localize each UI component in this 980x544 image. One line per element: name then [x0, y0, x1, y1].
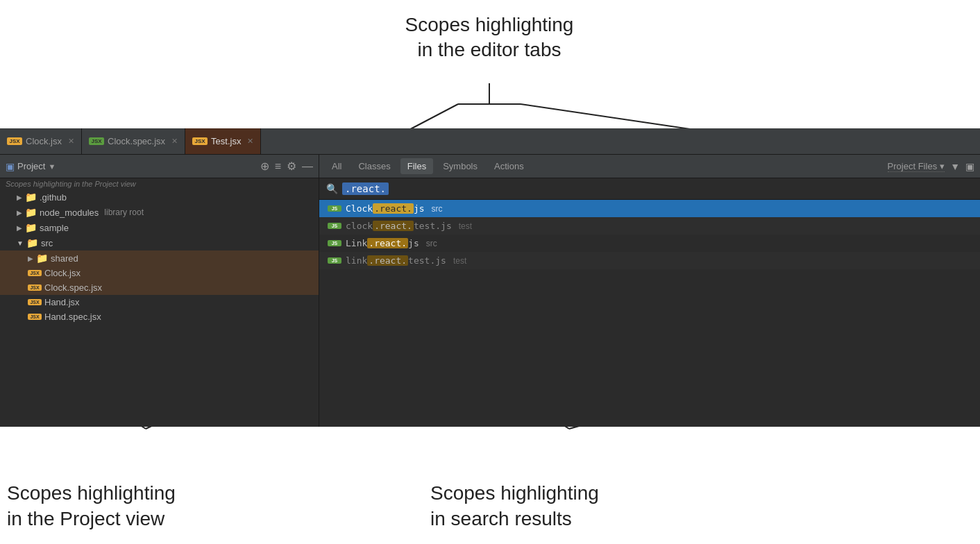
arrow-src: ▼	[17, 239, 24, 247]
search-icon: 🔍	[326, 183, 338, 194]
tree-label-sample: sample	[40, 223, 69, 233]
tab-symbols[interactable]: Symbols	[436, 158, 484, 174]
tab-test-jsx-label: Test.jsx	[211, 136, 241, 146]
result-item-link[interactable]: JS Link.react.js src	[319, 235, 980, 252]
result-name-link-test: link.react.test.js	[346, 255, 446, 266]
collapse-icon[interactable]: ≡	[275, 160, 281, 173]
tab-clock-spec-jsx[interactable]: JSX Clock.spec.jsx ✕	[82, 128, 185, 154]
filter-icon[interactable]: ▼	[950, 161, 960, 172]
file-badge-clock-jsx: JSX	[28, 270, 42, 276]
search-query-highlight: .react.	[342, 182, 389, 195]
ide-container: JSX Clock.jsx ✕ JSX Clock.spec.jsx ✕ JSX…	[0, 128, 980, 427]
result-path-clock: src	[432, 204, 443, 214]
annotation-bottom-left: Scopes highlighting in the Project view	[7, 481, 229, 532]
jsx-badge-test: JSX	[192, 137, 208, 145]
layout-icon[interactable]: ▣	[965, 161, 974, 172]
tab-files[interactable]: Files	[400, 158, 433, 174]
tree-label-hand-spec-jsx: Hand.spec.jsx	[44, 312, 101, 322]
tree-item-node-modules[interactable]: ▶ 📁 node_modules library root	[0, 205, 319, 220]
tree-label-src: src	[41, 238, 53, 248]
project-icon: ▣	[6, 161, 15, 172]
result-match-clock: .react.	[373, 203, 414, 214]
result-badge-clock: JS	[328, 205, 341, 212]
tree-item-src[interactable]: ▼ 📁 src	[0, 235, 319, 250]
file-badge-clock-spec-jsx: JSX	[28, 284, 42, 291]
tab-clock-spec-jsx-label: Clock.spec.jsx	[108, 136, 165, 146]
search-tab-right: Project Files ▾ ▼ ▣	[888, 161, 974, 172]
result-path-link: src	[426, 239, 437, 248]
search-bar: 🔍 .react.	[319, 178, 980, 200]
tree-item-hand-spec-jsx[interactable]: JSX Hand.spec.jsx	[0, 309, 319, 324]
file-badge-hand-spec-jsx: JSX	[28, 314, 42, 320]
tab-clock-jsx-label: Clock.jsx	[26, 136, 62, 146]
folder-icon-shared: 📁	[36, 253, 48, 264]
project-dropdown-icon[interactable]: ▼	[48, 162, 56, 171]
result-item-clock-test[interactable]: JS clock.react.test.js test	[319, 217, 980, 235]
result-item-clock[interactable]: JS Clock.react.js src	[319, 200, 980, 217]
project-files-btn[interactable]: Project Files ▾	[888, 161, 945, 172]
jsx-badge-clock-spec: JSX	[89, 137, 104, 145]
tab-clock-spec-jsx-close[interactable]: ✕	[171, 137, 178, 146]
minimize-icon[interactable]: —	[302, 160, 313, 173]
annotation-bottom-right: Scopes highlighting in search results	[430, 481, 694, 532]
annotation-top: Scopes highlighting in the editor tabs	[340, 12, 639, 63]
tree-label-github: .github	[40, 192, 67, 203]
tree-label-clock-jsx: Clock.jsx	[44, 268, 81, 278]
tab-clock-jsx[interactable]: JSX Clock.jsx ✕	[0, 128, 82, 154]
tab-all[interactable]: All	[325, 158, 348, 174]
result-item-link-test[interactable]: JS link.react.test.js test	[319, 252, 980, 269]
tree-label-clock-spec-jsx: Clock.spec.jsx	[44, 282, 102, 293]
results-list: JS Clock.react.js src JS clock.react.tes…	[319, 200, 980, 427]
project-files-label: Project Files	[888, 161, 938, 171]
result-name-link: Link.react.js	[346, 238, 419, 248]
tree-item-hand-jsx[interactable]: JSX Hand.jsx	[0, 295, 319, 309]
result-match-link: .react.	[367, 238, 408, 248]
tab-classes[interactable]: Classes	[351, 158, 397, 174]
tab-clock-jsx-close[interactable]: ✕	[68, 137, 74, 146]
project-title: ▣ Project ▼	[6, 161, 56, 172]
search-panel: All Classes Files Symbols Actions Projec…	[319, 155, 980, 427]
search-tabs: All Classes Files Symbols Actions Projec…	[319, 155, 980, 178]
arrow-github: ▶	[17, 194, 22, 201]
result-badge-link-test: JS	[328, 257, 341, 264]
result-badge-link: JS	[328, 240, 341, 246]
arrow-sample: ▶	[17, 224, 22, 232]
tab-actions[interactable]: Actions	[487, 158, 531, 174]
tab-test-jsx[interactable]: JSX Test.jsx ✕	[185, 128, 261, 154]
folder-icon-sample: 📁	[25, 222, 37, 233]
tree-item-sample[interactable]: ▶ 📁 sample	[0, 220, 319, 235]
project-panel: ▣ Project ▼ ⊕ ≡ ⚙ — Scopes highlighting …	[0, 155, 319, 427]
tab-bar: JSX Clock.jsx ✕ JSX Clock.spec.jsx ✕ JSX…	[0, 128, 980, 155]
tree-item-clock-jsx[interactable]: JSX Clock.jsx	[0, 266, 319, 280]
jsx-badge-clock: JSX	[7, 137, 22, 145]
tree-label-node-modules: node_modules	[40, 207, 99, 218]
scope-highlight-text: Scopes highlighting in the Project view	[0, 178, 319, 189]
tree-item-clock-spec-jsx[interactable]: JSX Clock.spec.jsx	[0, 280, 319, 295]
result-path-link-test: test	[453, 256, 466, 266]
library-root-label: library root	[104, 207, 144, 217]
tree-label-hand-jsx: Hand.jsx	[44, 297, 80, 307]
tree-item-github[interactable]: ▶ 📁 .github	[0, 189, 319, 205]
arrow-node-modules: ▶	[17, 209, 22, 216]
result-badge-clock-test: JS	[328, 223, 341, 229]
project-icons: ⊕ ≡ ⚙ —	[260, 160, 313, 173]
project-title-label: Project	[17, 161, 45, 171]
folder-icon-src: 📁	[26, 237, 38, 248]
result-name-clock: Clock.react.js	[346, 203, 425, 214]
locate-icon[interactable]: ⊕	[260, 160, 269, 173]
arrow-shared: ▶	[28, 255, 33, 262]
tree-label-shared: shared	[51, 253, 78, 264]
project-files-dropdown-icon: ▾	[940, 161, 945, 171]
result-path-clock-test: test	[459, 221, 472, 231]
main-content: ▣ Project ▼ ⊕ ≡ ⚙ — Scopes highlighting …	[0, 155, 980, 427]
folder-icon-node-modules: 📁	[25, 207, 37, 218]
tab-test-jsx-close[interactable]: ✕	[247, 137, 253, 146]
folder-icon-github: 📁	[25, 192, 37, 203]
result-name-clock-test: clock.react.test.js	[346, 221, 452, 231]
file-badge-hand-jsx: JSX	[28, 299, 42, 305]
settings-icon[interactable]: ⚙	[287, 160, 296, 173]
project-header: ▣ Project ▼ ⊕ ≡ ⚙ —	[0, 155, 319, 178]
search-query: .react.	[342, 182, 389, 195]
tree-item-shared[interactable]: ▶ 📁 shared	[0, 250, 319, 266]
